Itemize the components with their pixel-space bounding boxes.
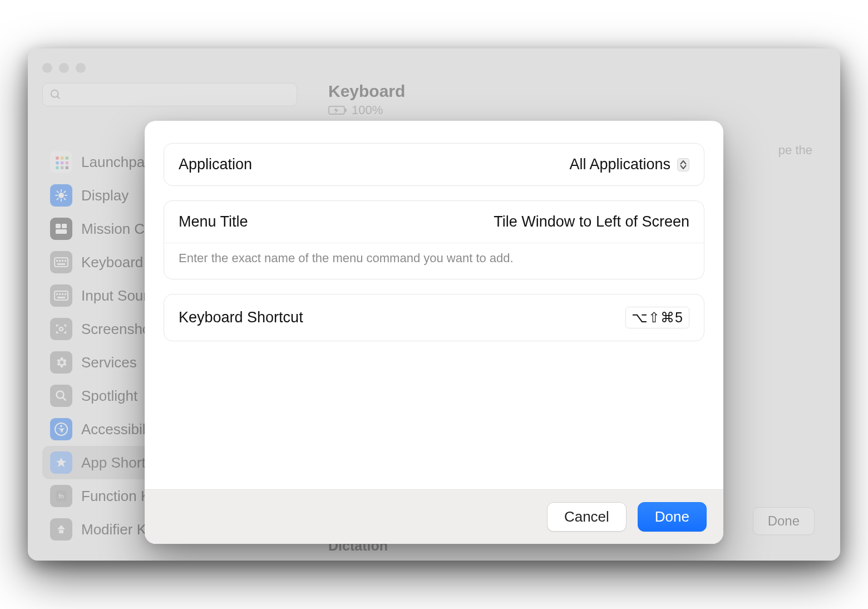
application-group: Application All Applications bbox=[164, 143, 704, 186]
application-value: All Applications bbox=[569, 156, 670, 173]
add-shortcut-sheet: Application All Applications Menu Title bbox=[145, 121, 723, 544]
menu-title-hint: Enter the exact name of the menu command… bbox=[164, 243, 704, 279]
keyboard-shortcut-field[interactable]: ⌥⇧⌘5 bbox=[625, 307, 689, 328]
done-button[interactable]: Done bbox=[638, 502, 707, 532]
application-label: Application bbox=[179, 156, 252, 173]
menu-title-input[interactable] bbox=[378, 213, 689, 230]
updown-icon bbox=[677, 158, 689, 171]
sheet-footer: Cancel Done bbox=[145, 489, 723, 544]
keyboard-shortcut-label: Keyboard Shortcut bbox=[179, 309, 303, 326]
menu-title-group: Menu Title Enter the exact name of the m… bbox=[164, 200, 704, 279]
cancel-button[interactable]: Cancel bbox=[547, 502, 627, 532]
settings-window: Launchpad & DockDisplayMission ControlKe… bbox=[28, 48, 840, 561]
menu-title-label: Menu Title bbox=[179, 213, 248, 230]
application-popup[interactable]: All Applications bbox=[569, 156, 689, 173]
keyboard-shortcut-group: Keyboard Shortcut ⌥⇧⌘5 bbox=[164, 294, 704, 341]
